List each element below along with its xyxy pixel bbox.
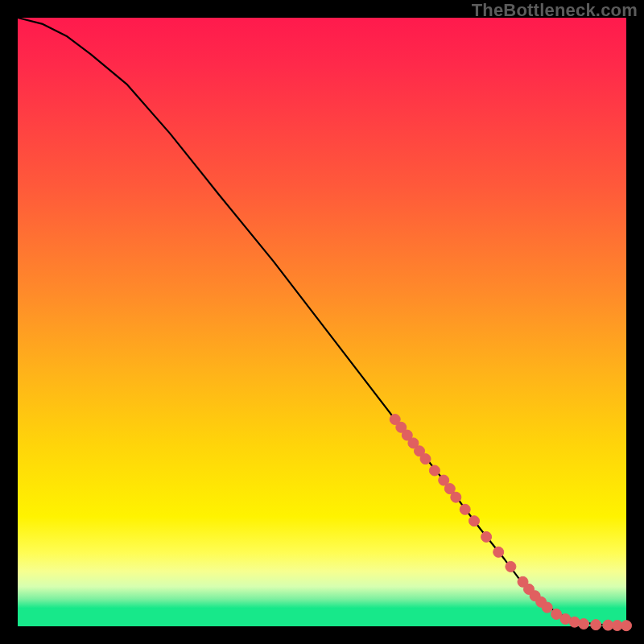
marker-point <box>579 619 589 630</box>
plot-area <box>18 18 626 626</box>
marker-point <box>420 454 431 464</box>
marker-point <box>451 492 461 502</box>
marker-point <box>621 621 632 631</box>
bottleneck-curve <box>18 18 626 625</box>
marker-point <box>469 516 480 526</box>
marker-point <box>493 547 504 557</box>
marker-point <box>506 561 516 572</box>
chart-frame: TheBottleneck.com <box>0 0 644 644</box>
marker-point <box>481 531 492 542</box>
marker-point <box>542 602 552 613</box>
marker-point <box>460 504 470 514</box>
chart-svg <box>18 18 626 626</box>
marker-point <box>591 620 601 630</box>
marker-group <box>390 415 631 631</box>
marker-point <box>569 617 580 627</box>
marker-point <box>429 465 440 476</box>
